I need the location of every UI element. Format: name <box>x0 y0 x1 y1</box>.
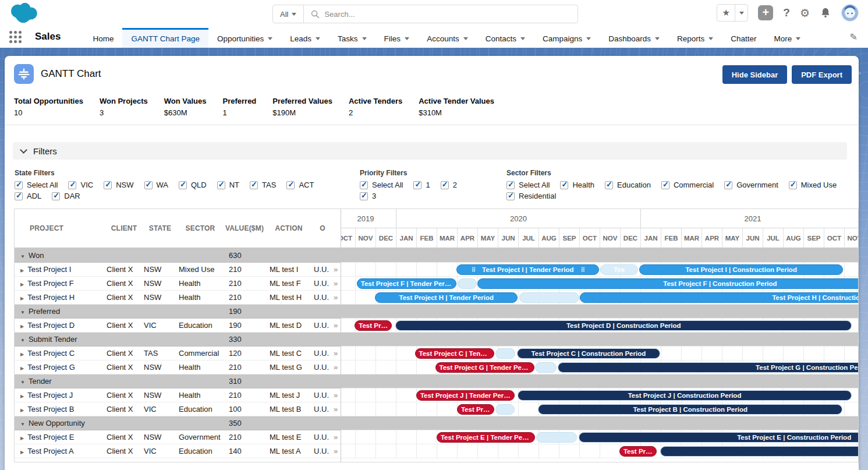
favorites-star-icon[interactable]: ★ <box>717 5 735 21</box>
table-row[interactable]: ▶Test Project EClient XNSWGovernment210M… <box>15 430 341 444</box>
group-row-won[interactable]: ▼Won630 <box>15 249 341 263</box>
checkbox-checked-icon[interactable] <box>52 192 60 200</box>
avatar[interactable] <box>841 4 859 22</box>
filter-checkbox-select-all[interactable]: Select All <box>506 181 550 189</box>
filter-checkbox-act[interactable]: ACT <box>286 181 314 189</box>
collapse-triangle-icon[interactable]: ▼ <box>20 254 25 259</box>
filter-checkbox-residential[interactable]: Residential <box>506 192 556 200</box>
tab-accounts[interactable]: Accounts <box>418 28 477 48</box>
table-row[interactable]: ▶Test Project JClient XNSWHealth210ML te… <box>15 388 341 402</box>
row-more-chevron[interactable]: » <box>334 321 341 330</box>
light-bar[interactable] <box>535 362 557 373</box>
table-row[interactable]: ▶Test Project BClient XVICEducation100ML… <box>15 402 341 416</box>
table-row[interactable]: ▶Test Project DClient XVICEducation190ML… <box>15 319 341 333</box>
expand-triangle-icon[interactable]: ▶ <box>20 394 24 399</box>
blue-bar[interactable]: Test Project H | Construction Period <box>580 292 858 303</box>
row-more-chevron[interactable]: » <box>334 279 341 288</box>
checkbox-checked-icon[interactable] <box>789 181 797 189</box>
light-bar[interactable] <box>519 292 579 303</box>
collapse-triangle-icon[interactable]: ▼ <box>20 338 25 343</box>
navy-bar[interactable]: Test Project B | Construction Period <box>538 404 843 415</box>
expand-triangle-icon[interactable]: ▶ <box>20 282 24 287</box>
checkbox-checked-icon[interactable] <box>360 181 368 189</box>
tab-leads[interactable]: Leads <box>281 28 329 48</box>
expand-triangle-icon[interactable]: ▶ <box>20 366 24 371</box>
filter-checkbox-mixed-use[interactable]: Mixed Use <box>789 181 837 189</box>
row-more-chevron[interactable]: » <box>334 433 341 441</box>
checkbox-checked-icon[interactable] <box>144 181 153 189</box>
red-bar[interactable]: Test Project J | Tender Period <box>416 390 515 401</box>
navy-bar[interactable]: Test Project D | Construction Period <box>395 320 852 331</box>
expand-triangle-icon[interactable]: ▶ <box>20 450 24 455</box>
filter-checkbox-wa[interactable]: WA <box>144 181 168 189</box>
tab-tasks[interactable]: Tasks <box>329 28 375 48</box>
row-more-chevron[interactable]: » <box>334 363 341 372</box>
expand-triangle-icon[interactable]: ▶ <box>20 324 24 329</box>
filter-checkbox-3[interactable]: 3 <box>360 192 376 200</box>
light-bar[interactable]: Tes <box>600 264 638 275</box>
red-bar[interactable]: Test Project B | Tender Period <box>457 404 494 415</box>
filter-checkbox-health[interactable]: Health <box>560 181 594 189</box>
table-row[interactable]: ▶Test Project FClient XNSWHealth210ML te… <box>15 277 341 291</box>
filter-checkbox-nsw[interactable]: NSW <box>104 181 133 189</box>
global-search[interactable]: All Search... <box>272 5 578 23</box>
filter-checkbox-government[interactable]: Government <box>724 181 778 189</box>
filter-checkbox-2[interactable]: 2 <box>441 181 457 189</box>
light-bar[interactable] <box>536 432 577 443</box>
drag-handle-icon[interactable]: ⠿ <box>468 267 479 273</box>
tab-home[interactable]: Home <box>84 28 122 48</box>
hide-sidebar-button[interactable]: Hide Sidebar <box>722 65 787 84</box>
group-row-new-opportunity[interactable]: ▼New Opportunity350 <box>15 416 341 430</box>
checkbox-checked-icon[interactable] <box>413 181 421 189</box>
filter-checkbox-dar[interactable]: DAR <box>52 192 80 200</box>
red-bar[interactable]: Test Project E | Tender Period <box>437 432 535 443</box>
filter-checkbox-qld[interactable]: QLD <box>179 181 207 189</box>
table-row[interactable]: ▶Test Project GClient XNSWHealth210ML te… <box>15 361 341 374</box>
light-bar[interactable] <box>458 278 477 289</box>
blue-bar[interactable]: Test Project I | Construction Period <box>639 264 843 275</box>
filter-checkbox-tas[interactable]: TAS <box>250 181 276 189</box>
gear-icon[interactable]: ⚙ <box>800 6 810 20</box>
checkbox-checked-icon[interactable] <box>506 192 515 200</box>
checkbox-checked-icon[interactable] <box>217 181 225 189</box>
filter-checkbox-commercial[interactable]: Commercial <box>661 181 714 189</box>
checkbox-checked-icon[interactable] <box>506 181 515 189</box>
filter-checkbox-select-all[interactable]: Select All <box>360 181 403 189</box>
group-row-tender[interactable]: ▼Tender310 <box>15 374 341 388</box>
checkbox-checked-icon[interactable] <box>15 181 23 189</box>
red-bar[interactable]: Test Project C | Tender Period <box>415 348 495 359</box>
search-input[interactable]: Search... <box>324 10 355 19</box>
navy-bar[interactable]: Test Project E | Construction Period <box>579 432 858 443</box>
checkbox-checked-icon[interactable] <box>360 192 368 200</box>
blue-bar[interactable]: ⠿Test Project I | Tender Period⠿ <box>456 264 599 275</box>
tab-chatter[interactable]: Chatter <box>722 28 765 48</box>
collapse-triangle-icon[interactable]: ▼ <box>20 422 25 427</box>
quick-add-icon[interactable]: + <box>758 5 773 20</box>
drag-handle-icon[interactable]: ⠿ <box>577 267 587 273</box>
checkbox-checked-icon[interactable] <box>250 181 258 189</box>
row-more-chevron[interactable]: » <box>334 405 341 414</box>
red-bar[interactable]: Test Project A | Tender Period <box>619 446 657 457</box>
row-more-chevron[interactable]: » <box>334 349 341 358</box>
tab-files[interactable]: Files <box>375 28 419 48</box>
blue-bar[interactable]: Test Project F | Construction Period <box>477 278 858 289</box>
group-row-submit-tender[interactable]: ▼Submit Tender330 <box>15 333 341 347</box>
red-bar[interactable]: Test Project D | Tender Period <box>355 320 392 331</box>
collapse-triangle-icon[interactable]: ▼ <box>20 310 25 315</box>
checkbox-checked-icon[interactable] <box>560 181 568 189</box>
table-row[interactable]: ▶Test Project HClient XNSWHealth210ML te… <box>15 291 341 305</box>
expand-triangle-icon[interactable]: ▶ <box>20 352 24 357</box>
row-more-chevron[interactable]: » <box>334 293 341 302</box>
expand-triangle-icon[interactable]: ▶ <box>20 408 24 413</box>
row-more-chevron[interactable]: » <box>334 391 341 400</box>
navy-bar[interactable]: Test Project G | Construction Period <box>558 362 859 373</box>
edit-nav-pencil-icon[interactable]: ✎ <box>850 31 858 48</box>
expand-triangle-icon[interactable]: ▶ <box>20 296 24 301</box>
expand-triangle-icon[interactable]: ▶ <box>20 436 24 441</box>
navy-bar[interactable]: Test Project A | Construction Period <box>660 446 858 457</box>
favorites-button-group[interactable]: ★ <box>717 4 748 22</box>
tab-contacts[interactable]: Contacts <box>477 28 534 48</box>
tab-opportunities[interactable]: Opportunities <box>208 28 281 48</box>
tab-reports[interactable]: Reports <box>668 28 722 48</box>
light-bar[interactable] <box>495 404 515 415</box>
